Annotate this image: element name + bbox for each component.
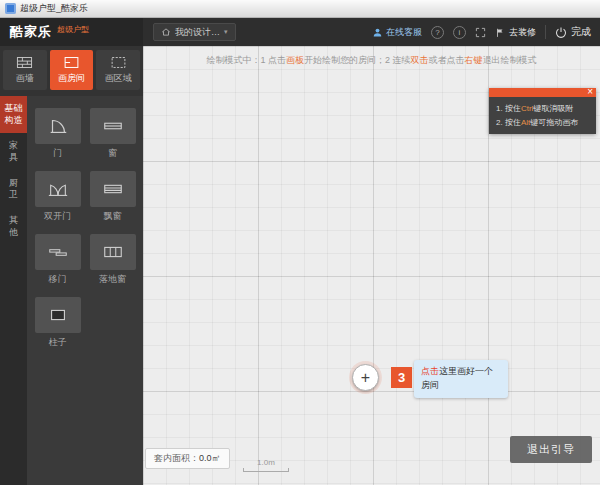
double-door-icon: [35, 171, 81, 207]
tip-box-header: ×: [489, 88, 596, 97]
item-window[interactable]: 窗: [88, 108, 137, 160]
category-tab-furniture[interactable]: 家具: [0, 133, 27, 170]
tool-draw-area[interactable]: 画区域: [96, 50, 140, 90]
exit-guide-button[interactable]: 退出引导: [510, 436, 592, 463]
item-door[interactable]: 门: [33, 108, 82, 160]
close-icon[interactable]: ×: [587, 86, 593, 97]
help-icon[interactable]: ?: [431, 26, 444, 39]
pillar-icon: [35, 297, 81, 333]
tip-line-alt: 2. 按住Alt键可拖动画布: [496, 116, 589, 130]
tool-draw-wall[interactable]: 画墙: [3, 50, 47, 90]
item-label: 移门: [49, 273, 67, 286]
shortcut-tip-box: × 1. 按住Ctrl键取消吸附 2. 按住Alt键可拖动画布: [489, 88, 596, 134]
category-tab-basic[interactable]: 基础构造: [0, 96, 27, 133]
area-icon: [110, 55, 127, 70]
topbar: 酷家乐 超级户型 我的设计… ▾ 在线客服 ? i: [0, 18, 600, 46]
logo-area: 酷家乐 超级户型: [0, 18, 143, 46]
draw-room-cursor[interactable]: +: [352, 364, 379, 391]
tip-line-ctrl: 1. 按住Ctrl键取消吸附: [496, 102, 589, 116]
tool-label: 画墙: [16, 72, 34, 85]
sliding-door-icon: [35, 234, 81, 270]
bay-window-icon: [90, 171, 136, 207]
item-label: 窗: [108, 147, 117, 160]
area-indicator: 套内面积：0.0㎡: [145, 448, 230, 469]
area-value: 0.0㎡: [199, 453, 221, 463]
guide-tooltip: 点击这里画好一个房间: [414, 360, 508, 398]
my-design-dropdown[interactable]: 我的设计… ▾: [153, 23, 236, 41]
room-icon: [63, 55, 80, 70]
item-label: 飘窗: [104, 210, 122, 223]
category-tab-kitchen-bath[interactable]: 厨卫: [0, 171, 27, 208]
item-label: 门: [53, 147, 62, 160]
window-icon: [90, 108, 136, 144]
draw-tools: 画墙 画房间 画区域: [0, 46, 143, 96]
power-icon: [555, 26, 567, 38]
app-icon: [5, 3, 16, 14]
plus-icon: +: [361, 369, 370, 387]
guide-step-badge: 3: [391, 367, 412, 388]
item-label: 柱子: [49, 336, 67, 349]
category-strip: 基础构造 家具 厨卫 其他: [0, 96, 27, 485]
my-design-label: 我的设计…: [175, 26, 220, 39]
brand-sub-label: 超级户型: [57, 24, 89, 35]
scale-line: [243, 468, 289, 472]
divider: [545, 25, 546, 39]
items-panel: 门 窗 双开门: [27, 96, 143, 485]
tool-draw-room[interactable]: 画房间: [50, 50, 94, 90]
tool-label: 画房间: [58, 72, 85, 85]
scale-label: 1.0m: [257, 458, 275, 467]
finish-button[interactable]: 完成: [555, 25, 591, 39]
area-label: 套内面积：: [154, 453, 199, 463]
flag-icon: [495, 27, 505, 38]
brand-logo: 酷家乐: [10, 23, 52, 41]
scale-ruler: 1.0m: [243, 458, 289, 472]
floorplan-canvas[interactable]: 绘制模式中：1 点击画板开始绘制您的房间；2 连续双击或者点击右键退出绘制模式 …: [143, 46, 600, 485]
fullscreen-icon[interactable]: [475, 27, 486, 38]
online-service-label: 在线客服: [386, 26, 422, 39]
panel-body: 基础构造 家具 厨卫 其他 门: [0, 96, 143, 485]
tool-label: 画区域: [105, 72, 132, 85]
titlebar: 超级户型_酷家乐: [0, 0, 600, 18]
finish-label: 完成: [571, 25, 591, 39]
chevron-down-icon: ▾: [224, 28, 228, 36]
mode-message: 绘制模式中：1 点击画板开始绘制您的房间；2 连续双击或者点击右键退出绘制模式: [206, 54, 536, 67]
door-icon: [35, 108, 81, 144]
topbar-right: 在线客服 ? i 去装修 完成: [372, 25, 600, 39]
wall-icon: [16, 55, 33, 70]
go-decorate-label: 去装修: [509, 26, 536, 39]
go-decorate-button[interactable]: 去装修: [495, 26, 536, 39]
item-sliding-door[interactable]: 移门: [33, 234, 82, 286]
floor-window-icon: [90, 234, 136, 270]
item-pillar[interactable]: 柱子: [33, 297, 82, 349]
online-service-button[interactable]: 在线客服: [372, 26, 422, 39]
item-floor-window[interactable]: 落地窗: [88, 234, 137, 286]
left-panel: 画墙 画房间 画区域 基础构造 家具: [0, 46, 143, 485]
window-title: 超级户型_酷家乐: [20, 2, 88, 15]
item-label: 落地窗: [99, 273, 126, 286]
category-tab-other[interactable]: 其他: [0, 208, 27, 245]
home-icon: [161, 27, 171, 37]
app-window: 超级户型_酷家乐 酷家乐 超级户型 我的设计… ▾ 在线客服 ? i: [0, 0, 600, 485]
item-double-door[interactable]: 双开门: [33, 171, 82, 223]
info-icon[interactable]: i: [453, 26, 466, 39]
main-area: 画墙 画房间 画区域 基础构造 家具: [0, 46, 600, 485]
item-label: 双开门: [44, 210, 71, 223]
tip-box-body: 1. 按住Ctrl键取消吸附 2. 按住Alt键可拖动画布: [489, 97, 596, 134]
item-bay-window[interactable]: 飘窗: [88, 171, 137, 223]
person-icon: [372, 27, 383, 38]
items-grid: 门 窗 双开门: [33, 108, 137, 349]
